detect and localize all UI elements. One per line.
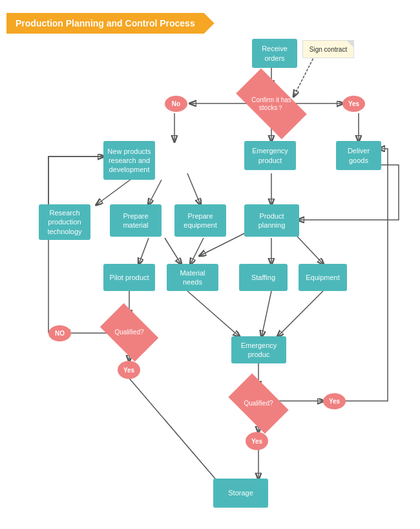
svg-line-18	[187, 291, 239, 336]
storage-box: Storage	[213, 479, 268, 508]
sign-contract-note: Sign contract	[302, 40, 354, 58]
title-text: Production Planning and Control Process	[16, 18, 195, 28]
svg-line-14	[139, 238, 149, 264]
equipment-box: Equipment	[299, 264, 347, 291]
emergency-produc-box: Emergency produc	[231, 336, 286, 363]
qualified1-diamond: Qualified?	[105, 316, 154, 349]
deliver-goods-box: Deliver goods	[336, 141, 381, 170]
svg-line-16	[191, 238, 204, 264]
confirm-stocks-diamond: Confirm it has stocks？	[239, 86, 304, 122]
no1-oval: No	[165, 96, 187, 112]
new-products-rd-box: New products research and development	[103, 141, 155, 180]
prepare-equipment-box: Prepare equipment	[174, 204, 226, 237]
no2-oval: NO	[48, 325, 71, 341]
svg-line-8	[149, 180, 162, 204]
staffing-box: Staffing	[239, 264, 288, 291]
yes2-oval: Yes	[118, 361, 140, 379]
yes3-oval: Yes	[323, 393, 346, 409]
svg-line-15	[165, 238, 181, 264]
receive-orders-box: Receive orders	[252, 39, 297, 68]
svg-line-19	[262, 291, 271, 336]
research-prod-tech-box: Research production technology	[39, 204, 90, 240]
product-planning-box: Product planning	[244, 204, 299, 237]
yes1-oval: Yes	[342, 96, 365, 112]
pilot-product-box: Pilot product	[103, 264, 155, 291]
prepare-material-box: Prepare material	[110, 204, 162, 237]
material-needs-box: Material needs	[167, 264, 218, 291]
emergency-product-box: Emergency product	[244, 141, 296, 170]
qualified2-diamond: Qualified?	[233, 387, 284, 420]
title-banner: Production Planning and Control Process	[6, 13, 215, 34]
yes4-oval: Yes	[246, 432, 268, 450]
svg-line-9	[187, 173, 200, 204]
svg-line-20	[278, 291, 323, 336]
svg-line-23	[129, 378, 226, 491]
